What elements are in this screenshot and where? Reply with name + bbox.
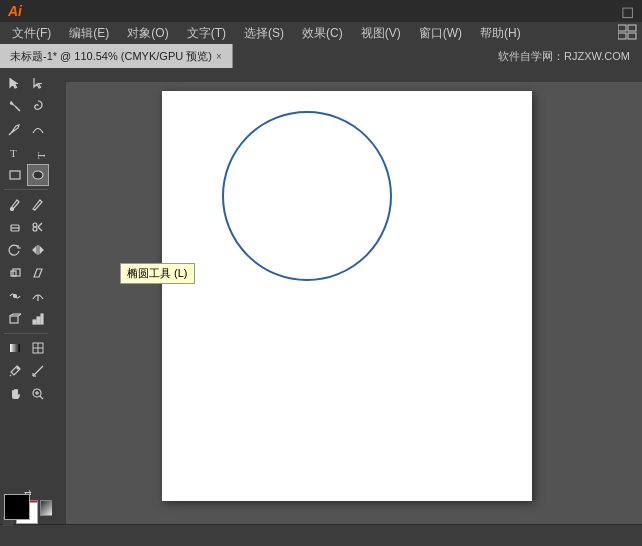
scale-tool-row: [4, 262, 49, 284]
separator-2: [4, 333, 48, 334]
svg-rect-33: [10, 344, 20, 352]
svg-point-24: [13, 295, 16, 298]
eraser-tool[interactable]: [4, 216, 26, 238]
svg-marker-21: [40, 247, 43, 253]
paintbrush-tool-row: [4, 193, 49, 215]
svg-point-10: [33, 171, 43, 179]
panel-icon[interactable]: [618, 24, 638, 40]
magic-wand-tool[interactable]: [4, 95, 26, 117]
type-tool[interactable]: T: [4, 141, 26, 163]
svg-point-11: [10, 208, 13, 211]
mesh-tool[interactable]: [27, 337, 49, 359]
hand-tool[interactable]: [4, 383, 26, 405]
width-tool[interactable]: [4, 285, 26, 307]
scale-tool[interactable]: [4, 262, 26, 284]
window-icons: ◻: [621, 2, 634, 21]
svg-rect-9: [10, 171, 20, 179]
status-bar: [0, 524, 642, 546]
horizontal-ruler: [67, 68, 642, 83]
pencil-tool[interactable]: [27, 193, 49, 215]
reflect-tool[interactable]: [27, 239, 49, 261]
svg-marker-20: [33, 247, 36, 253]
menu-window[interactable]: 窗口(W): [411, 23, 470, 44]
free-transform-tool[interactable]: [4, 308, 26, 330]
paintbrush-tool[interactable]: [4, 193, 26, 215]
symbol-tool-row: [4, 285, 49, 307]
ellipse-tool[interactable]: [27, 164, 49, 186]
svg-line-4: [15, 106, 20, 111]
svg-rect-30: [33, 320, 36, 324]
lasso-tool[interactable]: [27, 95, 49, 117]
document-tab[interactable]: 未标题-1* @ 110.54% (CMYK/GPU 预览) ×: [0, 44, 233, 68]
svg-text:T: T: [35, 152, 45, 159]
zoom-tool[interactable]: [27, 383, 49, 405]
menu-bar: 文件(F) 编辑(E) 对象(O) 文字(T) 选择(S) 效果(C) 视图(V…: [0, 22, 642, 44]
vertical-ruler: [52, 68, 67, 524]
selection-tool-row: [4, 72, 49, 94]
ruler-corner: [52, 68, 67, 83]
svg-rect-2: [618, 33, 626, 39]
pen-tool[interactable]: [4, 118, 26, 140]
type-vertical-tool[interactable]: T: [27, 141, 49, 163]
menu-type[interactable]: 文字(T): [179, 23, 234, 44]
tab-bar-right-text: 软件自学网：RJZXW.COM: [498, 44, 642, 68]
svg-line-16: [38, 227, 42, 231]
svg-rect-0: [618, 25, 626, 31]
tab-close-button[interactable]: ×: [216, 51, 222, 62]
svg-rect-32: [41, 314, 43, 324]
svg-point-18: [33, 227, 37, 231]
measure-tool[interactable]: [27, 360, 49, 382]
svg-line-15: [38, 223, 42, 227]
site-label: 软件自学网：RJZXW.COM: [498, 49, 630, 64]
svg-rect-3: [628, 33, 636, 39]
shear-tool[interactable]: [27, 262, 49, 284]
svg-line-37: [10, 375, 11, 376]
type-tool-row: T T: [4, 141, 49, 163]
menu-view[interactable]: 视图(V): [353, 23, 409, 44]
selection-tool[interactable]: [4, 72, 26, 94]
svg-line-43: [40, 396, 43, 399]
menu-edit[interactable]: 编辑(E): [61, 23, 117, 44]
artboard: [162, 91, 532, 501]
ellipse-object[interactable]: [222, 111, 392, 281]
blend-tool-row: [4, 360, 49, 382]
menu-help[interactable]: 帮助(H): [472, 23, 529, 44]
svg-line-6: [9, 133, 11, 135]
svg-point-17: [33, 223, 37, 227]
pen-tool-row2: [4, 118, 49, 140]
ai-logo: Ai: [8, 3, 22, 19]
warp-tool[interactable]: [27, 285, 49, 307]
gradient-tool[interactable]: [4, 337, 26, 359]
menu-file[interactable]: 文件(F): [4, 23, 59, 44]
pen-tool-row: [4, 95, 49, 117]
svg-rect-26: [10, 316, 18, 323]
separator-1: [4, 189, 48, 190]
menu-effect[interactable]: 效果(C): [294, 23, 351, 44]
menu-select[interactable]: 选择(S): [236, 23, 292, 44]
menu-object[interactable]: 对象(O): [119, 23, 176, 44]
shape-tool-row: [4, 164, 49, 186]
gradient-tool-row: [4, 337, 49, 359]
canvas-area: 椭圆工具 (L): [52, 68, 642, 524]
scissors-tool[interactable]: [27, 216, 49, 238]
svg-rect-1: [628, 25, 636, 31]
svg-rect-31: [37, 317, 40, 324]
title-bar: Ai ◻: [0, 0, 642, 22]
curvature-tool[interactable]: [27, 118, 49, 140]
workspace: T T: [0, 68, 642, 524]
eyedropper-tool[interactable]: [4, 360, 26, 382]
tab-label: 未标题-1* @ 110.54% (CMYK/GPU 预览): [10, 49, 212, 64]
svg-marker-5: [10, 101, 15, 106]
svg-line-39: [33, 366, 43, 376]
rectangle-tool[interactable]: [4, 164, 26, 186]
eraser-tool-row: [4, 216, 49, 238]
svg-line-12: [33, 209, 35, 210]
foreground-color-swatch[interactable]: [4, 494, 30, 520]
rotate-tool[interactable]: [4, 239, 26, 261]
zoom-tool-row: [4, 383, 49, 405]
svg-point-38: [17, 367, 19, 369]
tab-bar: 未标题-1* @ 110.54% (CMYK/GPU 预览) × 软件自学网：R…: [0, 44, 642, 68]
direct-selection-tool[interactable]: [27, 72, 49, 94]
chart-tool[interactable]: [27, 308, 49, 330]
rotate-tool-row: [4, 239, 49, 261]
